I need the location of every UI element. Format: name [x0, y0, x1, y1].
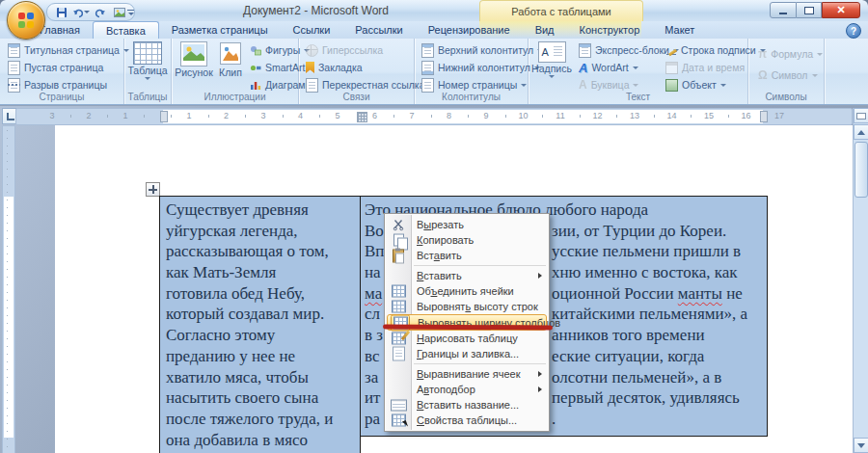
close-button[interactable]: ✕ — [822, 2, 860, 18]
quick-access-toolbar — [46, 3, 135, 21]
minimize-button[interactable] — [770, 2, 797, 18]
tab-page-layout[interactable]: Разметка страницы — [159, 21, 281, 39]
table-column-marker[interactable] — [357, 112, 367, 122]
dropdown-arrow-icon — [720, 84, 726, 87]
menu-item-distribute-rows[interactable]: Выровнять высоту строк — [385, 299, 549, 314]
table-text-line: преданию у нее не — [166, 346, 360, 367]
tab-view[interactable]: Вид — [523, 21, 567, 39]
dropdown-arrow-icon — [145, 77, 150, 80]
ruler-number: 7 — [409, 111, 414, 120]
hyperlink-button[interactable]: Гиперссылка — [304, 42, 426, 58]
scissors-icon — [390, 218, 407, 232]
save-button[interactable] — [53, 5, 70, 19]
word-window: Документ2 - Microsoft Word Работа с табл… — [0, 0, 868, 453]
right-margin-marker[interactable] — [760, 111, 768, 122]
customize-qat-button[interactable] — [124, 6, 137, 18]
text-box-button[interactable]: A Надпись — [530, 41, 573, 78]
tab-mailings[interactable]: Рассылки — [342, 21, 415, 39]
ruler-tick — [393, 115, 394, 118]
menu-item-cell-alignment[interactable]: Выравнивание ячеек — [385, 366, 549, 382]
tab-insert[interactable]: Вставка — [93, 21, 159, 39]
ribbon-spacer — [825, 39, 866, 104]
dropdown-arrow-icon — [521, 84, 527, 87]
ruler-toggle-button[interactable] — [854, 108, 868, 123]
menu-item-copy[interactable]: Копировать — [385, 232, 549, 248]
undo-button[interactable] — [72, 5, 90, 19]
ruler-tick — [505, 115, 506, 118]
smartart-icon — [250, 63, 261, 73]
redo-button[interactable] — [92, 5, 109, 19]
ribbon-group-links: Гиперссылка Закладка Перекрестная ссылка… — [299, 39, 415, 104]
cover-page-button[interactable]: Титульная страница — [6, 42, 131, 58]
ruler-tick — [144, 115, 145, 118]
blank-page-button[interactable]: Пустая страница — [6, 60, 131, 75]
menu-item-paste-special[interactable]: Вставить — [385, 268, 549, 283]
vertical-ruler[interactable] — [2, 125, 15, 453]
clip-art-icon — [219, 41, 242, 67]
vertical-scrollbar[interactable] — [853, 108, 868, 453]
ruler-number: 10 — [518, 111, 528, 120]
page-number-button[interactable]: Номер страницы — [420, 77, 545, 93]
table-left-cell[interactable]: Существует древняяуйгурская легенда,расс… — [159, 196, 361, 453]
tab-table-design[interactable]: Конструктор — [567, 21, 653, 39]
ruler-tick — [319, 115, 320, 118]
cross-reference-button[interactable]: Перекрестная ссылка — [304, 77, 426, 93]
horizontal-ruler[interactable]: 3211234567891011121314151617 — [15, 108, 853, 125]
table-button[interactable]: Таблица — [124, 41, 171, 80]
menu-item-insert-caption[interactable]: Вставить название... — [385, 397, 549, 413]
page-break-button[interactable]: Разрыв страницы — [6, 77, 131, 93]
footer-button[interactable]: Нижний колонтитул — [420, 60, 545, 75]
ruler-tick — [283, 115, 284, 118]
tab-references[interactable]: Ссылки — [281, 21, 343, 39]
ruler-tick — [431, 115, 432, 118]
equation-icon: π — [758, 48, 767, 60]
ruler-number: 17 — [774, 111, 784, 120]
table-text-line: уйгурская легенда, — [166, 221, 360, 242]
bookmark-button[interactable]: Закладка — [304, 60, 426, 75]
object-icon — [665, 79, 678, 92]
header-button[interactable]: Верхний колонтитул — [420, 42, 545, 58]
ruler-tick — [542, 115, 543, 118]
merge-cells-icon — [390, 284, 407, 299]
restore-icon — [804, 7, 814, 14]
menu-item-borders-shading[interactable]: Границы и заливка... — [385, 346, 549, 361]
menu-item-merge-cells[interactable]: Объединить ячейки — [385, 283, 549, 299]
borders-shading-icon — [390, 347, 407, 361]
wordart-icon: A — [579, 62, 587, 74]
menu-item-paste[interactable]: Вставить — [385, 248, 549, 263]
distribute-rows-icon — [390, 300, 407, 314]
symbol-button[interactable]: Ω Символ — [756, 67, 825, 83]
scrollbar-thumb[interactable] — [854, 142, 868, 198]
table-move-handle[interactable] — [146, 182, 160, 197]
indent-marker[interactable] — [160, 111, 168, 122]
drop-cap-icon: А — [579, 79, 587, 91]
dropdown-arrow-icon — [633, 84, 638, 87]
restore-button[interactable] — [797, 2, 822, 18]
ruler-tick — [208, 115, 209, 118]
bookmark-icon — [306, 62, 314, 73]
ruler-number: 15 — [704, 111, 714, 120]
scroll-up-button[interactable] — [854, 124, 868, 140]
ruler-toggle-icon — [856, 113, 866, 120]
ribbon-group-tables: Таблица Таблицы — [124, 39, 172, 104]
menu-item-table-properties[interactable]: Свойства таблицы... — [385, 413, 549, 428]
ribbon-group-pages: Титульная страница Пустая страница Разры… — [0, 39, 124, 104]
scroll-down-button[interactable] — [854, 438, 868, 453]
group-label-illustrations: Иллюстрации — [172, 92, 298, 102]
clip-art-button[interactable]: Клип — [215, 41, 246, 78]
ruler-number: 8 — [447, 111, 451, 120]
tab-table-layout[interactable]: Макет — [652, 21, 707, 39]
tab-review[interactable]: Рецензирование — [416, 21, 523, 39]
menu-item-draw-table[interactable]: Нарисовать таблицу — [385, 331, 549, 346]
horizontal-ruler-scale: 3211234567891011121314151617 — [16, 109, 852, 124]
ruler-tick — [245, 115, 246, 118]
equation-button[interactable]: π Формула — [756, 46, 825, 62]
menu-item-autofit[interactable]: Автоподбор — [385, 382, 549, 397]
office-button[interactable] — [7, 1, 45, 40]
page-number-icon — [421, 78, 434, 93]
menu-item-cut[interactable]: Вырезать — [385, 217, 549, 232]
help-button[interactable]: ? — [846, 23, 861, 39]
ruler-number: 3 — [260, 111, 265, 120]
left-tab-icon — [7, 113, 14, 120]
picture-insert-button[interactable]: Рисунок — [175, 41, 213, 78]
